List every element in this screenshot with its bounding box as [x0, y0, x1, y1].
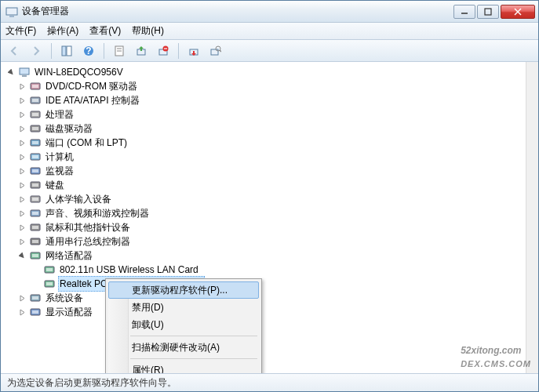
tree-item[interactable]: 声音、视频和游戏控制器 — [16, 206, 538, 220]
menu-item-label: 扫描检测硬件改动(A) — [132, 341, 220, 354]
tree-item[interactable]: 系统设备 — [16, 291, 538, 305]
svg-rect-44 — [32, 226, 38, 229]
svg-rect-56 — [32, 310, 38, 314]
expand-icon[interactable] — [16, 180, 27, 191]
menu-scan-hardware[interactable]: 扫描检测硬件改动(A) — [108, 339, 259, 356]
menu-properties[interactable]: 属性(R) — [108, 361, 259, 374]
menu-disable[interactable]: 禁用(D) — [108, 299, 259, 316]
menu-file[interactable]: 文件(F) — [5, 24, 36, 38]
uninstall-button[interactable] — [155, 42, 172, 60]
back-button[interactable] — [5, 42, 23, 60]
ide-icon — [29, 94, 42, 107]
expand-icon[interactable] — [16, 137, 27, 148]
svg-rect-46 — [32, 240, 38, 243]
tree-item[interactable]: DVD/CD-ROM 驱动器 — [16, 79, 538, 93]
maximize-button[interactable] — [477, 5, 499, 19]
tree-item[interactable]: 计算机 — [16, 150, 538, 164]
tree-item-label: 键盘 — [44, 178, 66, 192]
svg-rect-36 — [32, 169, 38, 172]
svg-text:?: ? — [86, 45, 91, 56]
svg-rect-28 — [32, 113, 38, 116]
device-tree[interactable]: WIN-L8EDQCO956VDVD/CD-ROM 驱动器IDE ATA/ATA… — [1, 62, 538, 373]
tree-root[interactable]: WIN-L8EDQCO956V — [2, 65, 538, 79]
tree-item-label: 网络适配器 — [44, 249, 94, 263]
tree-item[interactable]: 网络适配器 — [16, 249, 538, 263]
menu-uninstall[interactable]: 卸载(U) — [108, 316, 259, 333]
toolbar: ? — [1, 40, 538, 62]
expand-icon[interactable] — [16, 236, 27, 247]
menu-help[interactable]: 帮助(H) — [132, 24, 164, 38]
expand-icon[interactable] — [16, 208, 27, 219]
menu-action[interactable]: 操作(A) — [47, 24, 78, 38]
expand-icon[interactable] — [16, 81, 27, 92]
expand-icon[interactable] — [16, 292, 27, 303]
help-button[interactable]: ? — [80, 42, 97, 60]
expand-icon[interactable] — [16, 194, 27, 205]
system-icon — [29, 292, 42, 304]
hid-icon — [29, 193, 42, 205]
tree-item[interactable]: 通用串行总线控制器 — [16, 234, 538, 249]
disc-icon — [29, 80, 42, 93]
expand-icon[interactable] — [16, 307, 27, 318]
svg-line-20 — [220, 50, 221, 52]
minimize-button[interactable] — [453, 5, 475, 19]
svg-rect-18 — [211, 49, 218, 55]
expand-icon[interactable] — [16, 109, 27, 120]
tree-item[interactable]: 监视器 — [16, 164, 538, 178]
tree-item-label: 处理器 — [44, 107, 75, 122]
tree-item[interactable]: 键盘 — [16, 178, 538, 192]
tree-item-label: 802.11n USB Wireless LAN Card — [58, 263, 200, 277]
svg-rect-32 — [32, 141, 38, 144]
close-button[interactable] — [501, 5, 535, 19]
tree-item[interactable]: 端口 (COM 和 LPT) — [16, 136, 538, 150]
disable-button[interactable] — [185, 42, 202, 60]
content-area: WIN-L8EDQCO956VDVD/CD-ROM 驱动器IDE ATA/ATA… — [1, 62, 538, 374]
menu-view[interactable]: 查看(V) — [89, 24, 121, 38]
menubar: 文件(F) 操作(A) 查看(V) 帮助(H) — [1, 23, 538, 40]
tree-item[interactable]: 802.11n USB Wireless LAN Card — [31, 263, 538, 277]
device-manager-window: 设备管理器 文件(F) 操作(A) 查看(V) 帮助(H) ? WIN-L8ED… — [0, 0, 539, 392]
svg-rect-21 — [20, 68, 29, 74]
expand-icon[interactable] — [16, 95, 27, 106]
svg-rect-3 — [485, 9, 491, 15]
tree-item[interactable]: 处理器 — [16, 107, 538, 122]
tree-item[interactable]: 鼠标和其他指针设备 — [16, 220, 538, 234]
tree-item-label: 声音、视频和游戏控制器 — [44, 206, 151, 220]
toolbar-separator — [104, 43, 104, 59]
svg-rect-24 — [32, 85, 38, 88]
expand-icon[interactable] — [16, 123, 27, 134]
tree-item[interactable]: IDE ATA/ATAPI 控制器 — [16, 93, 538, 107]
menu-separator — [130, 358, 257, 359]
mouse-icon — [29, 221, 42, 234]
update-driver-button[interactable] — [133, 42, 150, 60]
tree-item-label: 计算机 — [44, 150, 75, 164]
show-hide-tree-button[interactable] — [58, 42, 75, 60]
port-icon — [29, 136, 42, 149]
svg-rect-6 — [62, 46, 66, 56]
svg-rect-22 — [22, 75, 27, 77]
menu-separator — [130, 336, 257, 336]
collapse-icon[interactable] — [16, 250, 27, 261]
expand-icon[interactable] — [16, 165, 27, 176]
tree-item-label: 鼠标和其他指针设备 — [44, 220, 132, 234]
display-icon — [29, 306, 42, 318]
statusbar: 为选定设备启动更新驱动程序软件向导。 — [1, 374, 538, 391]
menu-update-driver[interactable]: 更新驱动程序软件(P)... — [108, 281, 259, 299]
scan-hardware-button[interactable] — [207, 42, 224, 60]
expand-icon[interactable] — [16, 222, 27, 233]
properties-button[interactable] — [111, 42, 128, 60]
expand-icon[interactable] — [16, 151, 27, 162]
netcard-icon — [43, 263, 56, 276]
tree-item-label: 端口 (COM 和 LPT) — [44, 136, 129, 150]
network-icon — [29, 249, 42, 262]
tree-item[interactable]: 磁盘驱动器 — [16, 122, 538, 136]
tree-item-label: 磁盘驱动器 — [44, 122, 94, 136]
forward-button[interactable] — [27, 42, 45, 60]
svg-rect-50 — [46, 268, 53, 271]
svg-rect-52 — [46, 282, 53, 285]
tree-item[interactable]: 显示适配器 — [16, 305, 538, 319]
svg-rect-26 — [32, 99, 38, 102]
vertical-scrollbar[interactable] — [526, 62, 538, 373]
tree-item[interactable]: 人体学输入设备 — [16, 192, 538, 206]
collapse-icon[interactable] — [5, 67, 16, 78]
